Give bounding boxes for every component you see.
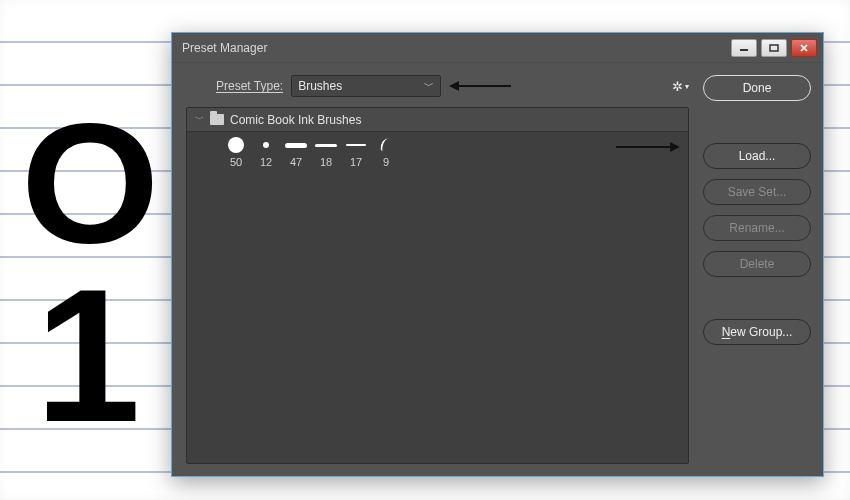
brush-size-label: 47: [290, 156, 302, 168]
delete-button[interactable]: Delete: [703, 251, 811, 277]
close-button[interactable]: [791, 39, 817, 57]
preset-type-label: Preset Type:: [186, 79, 283, 93]
brush-size-label: 50: [230, 156, 242, 168]
minimize-button[interactable]: [731, 39, 757, 57]
close-icon: [799, 44, 809, 52]
maximize-icon: [769, 44, 779, 52]
brush-item-12[interactable]: 12: [251, 136, 281, 168]
save-set-button-label: Save Set...: [728, 185, 787, 199]
done-button[interactable]: Done: [703, 75, 811, 101]
load-button-label: Load...: [739, 149, 776, 163]
done-button-label: Done: [743, 81, 772, 95]
right-button-panel: Done Load... Save Set... Rename... Delet…: [699, 63, 823, 476]
rename-button-label: Rename...: [729, 221, 784, 235]
brush-item-50[interactable]: 50: [221, 136, 251, 168]
annotation-arrow-right: [616, 144, 680, 150]
minimize-icon: [739, 44, 749, 52]
brush-group-header[interactable]: ﹀ Comic Book Ink Brushes: [187, 108, 688, 132]
brush-item-18[interactable]: 18: [311, 136, 341, 168]
brush-row: 50 12 47 18: [187, 132, 688, 168]
new-group-button[interactable]: New Group...: [703, 319, 811, 345]
load-button[interactable]: Load...: [703, 143, 811, 169]
brush-group-name: Comic Book Ink Brushes: [230, 113, 361, 127]
brush-size-label: 18: [320, 156, 332, 168]
background-letter-o: O: [21, 98, 160, 268]
window-title: Preset Manager: [182, 41, 727, 55]
delete-button-label: Delete: [740, 257, 775, 271]
gear-icon: ✲: [672, 79, 683, 94]
preset-type-select[interactable]: Brushes ﹀: [291, 75, 441, 97]
brush-thumb-icon: [372, 136, 400, 154]
brush-thumb-icon: [252, 136, 280, 154]
brush-thumb-icon: [342, 136, 370, 154]
svg-rect-0: [740, 49, 748, 51]
presets-listbox[interactable]: ﹀ Comic Book Ink Brushes 50 12: [186, 107, 689, 464]
dialog-body: Preset Type: Brushes ﹀ ✲ ▾ ﹀ Co: [172, 63, 823, 476]
preset-type-row: Preset Type: Brushes ﹀ ✲ ▾: [186, 75, 689, 97]
brush-item-17[interactable]: 17: [341, 136, 371, 168]
caret-down-icon: ▾: [685, 82, 689, 91]
folder-icon: [210, 114, 224, 125]
title-bar: Preset Manager: [172, 33, 823, 63]
maximize-button[interactable]: [761, 39, 787, 57]
preset-manager-dialog: Preset Manager Preset Type: Brushes ﹀: [171, 32, 824, 477]
brush-item-47[interactable]: 47: [281, 136, 311, 168]
chevron-down-icon: ﹀: [195, 113, 204, 126]
new-group-button-label: New Group...: [722, 325, 793, 339]
brush-size-label: 9: [383, 156, 389, 168]
chevron-down-icon: ﹀: [424, 79, 434, 93]
brush-thumb-icon: [282, 136, 310, 154]
left-panel: Preset Type: Brushes ﹀ ✲ ▾ ﹀ Co: [172, 63, 699, 476]
svg-rect-1: [770, 45, 778, 51]
brush-size-label: 17: [350, 156, 362, 168]
brush-item-9[interactable]: 9: [371, 136, 401, 168]
save-set-button[interactable]: Save Set...: [703, 179, 811, 205]
brush-size-label: 12: [260, 156, 272, 168]
rename-button[interactable]: Rename...: [703, 215, 811, 241]
annotation-arrow-left: [449, 83, 511, 89]
brush-thumb-icon: [222, 136, 250, 154]
background-letter-1: 1: [35, 260, 135, 450]
preset-type-value: Brushes: [298, 79, 342, 93]
settings-menu-button[interactable]: ✲ ▾: [672, 79, 689, 94]
brush-thumb-icon: [312, 136, 340, 154]
